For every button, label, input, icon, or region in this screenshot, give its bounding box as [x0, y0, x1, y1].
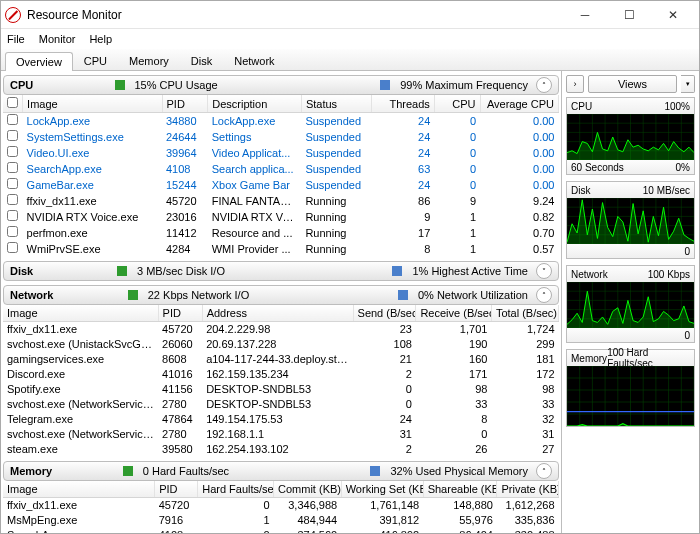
disk-expand-icon[interactable]: ˅ — [536, 263, 552, 279]
menu-file[interactable]: File — [7, 33, 25, 45]
views-button[interactable]: Views — [588, 75, 677, 93]
memory-panel-header[interactable]: Memory 0 Hard Faults/sec 32% Used Physic… — [3, 461, 559, 481]
cell: 484,944 — [274, 513, 342, 528]
table-row[interactable]: gamingservices.exe8608a104-117-244-33.de… — [3, 352, 559, 367]
table-row[interactable]: Video.UI.exe39964Video Applicat...Suspen… — [3, 145, 559, 161]
disk-panel-header[interactable]: Disk 3 MB/sec Disk I/O 1% Highest Active… — [3, 261, 559, 281]
table-row[interactable]: NVIDIA RTX Voice.exe23016NVIDIA RTX Vo..… — [3, 209, 559, 225]
col-header[interactable]: Threads — [371, 95, 434, 113]
tab-cpu[interactable]: CPU — [73, 51, 118, 70]
cpu-collapse-icon[interactable]: ˄ — [536, 77, 552, 93]
table-row[interactable]: SystemSettings.exe24644SettingsSuspended… — [3, 129, 559, 145]
cell: 26060 — [158, 337, 202, 352]
memory-collapse-icon[interactable]: ˄ — [536, 463, 552, 479]
cell: 9.24 — [480, 193, 558, 209]
cell: 20.69.137.228 — [202, 337, 353, 352]
col-header[interactable]: Commit (KB) — [274, 481, 342, 498]
row-checkbox[interactable] — [7, 178, 18, 189]
table-row[interactable]: MsMpEng.exe79161484,944391,81255,976335,… — [3, 513, 559, 528]
minimize-button[interactable]: ─ — [563, 1, 607, 29]
chart-label: Disk — [571, 185, 590, 196]
col-header[interactable]: Send (B/sec) — [353, 305, 416, 322]
cell: 1,724 — [491, 322, 558, 337]
row-checkbox[interactable] — [7, 130, 18, 141]
col-header[interactable]: Shareable (KB) — [423, 481, 497, 498]
cell: 204.2.229.98 — [202, 322, 353, 337]
col-header[interactable]: PID — [162, 95, 208, 113]
table-row[interactable]: GameBar.exe15244Xbox Game BarSuspended24… — [3, 177, 559, 193]
maximize-button[interactable]: ☐ — [607, 1, 651, 29]
col-header[interactable]: Private (KB) — [497, 481, 559, 498]
table-row[interactable]: ffxiv_dx11.exe45720204.2.229.98231,7011,… — [3, 322, 559, 337]
table-row[interactable]: svchost.exe (NetworkService -p)2780DESKT… — [3, 397, 559, 412]
chart-label: CPU — [571, 101, 592, 112]
cell: 0 — [353, 397, 416, 412]
table-row[interactable]: Telegram.exe47864149.154.175.5324832 — [3, 412, 559, 427]
cpu-panel-header[interactable]: CPU 15% CPU Usage 99% Maximum Frequency … — [3, 75, 559, 95]
row-checkbox[interactable] — [7, 162, 18, 173]
cell: 8608 — [158, 352, 202, 367]
close-button[interactable]: ✕ — [651, 1, 695, 29]
cell: 41016 — [158, 367, 202, 382]
cell: 9 — [434, 193, 480, 209]
table-row[interactable]: svchost.exe (NetworkService -p)2780192.1… — [3, 427, 559, 442]
table-row[interactable]: SearchApp.exe4108Search applica...Suspen… — [3, 161, 559, 177]
col-header[interactable]: Working Set (KB) — [341, 481, 423, 498]
tab-memory[interactable]: Memory — [118, 51, 180, 70]
col-header[interactable]: Status — [301, 95, 371, 113]
col-header[interactable]: CPU — [434, 95, 480, 113]
cell: Suspended — [301, 113, 371, 129]
chart-label: Memory — [571, 353, 607, 364]
table-row[interactable]: svchost.exe (UnistackSvcGroup)2606020.69… — [3, 337, 559, 352]
col-header[interactable] — [3, 95, 23, 113]
row-checkbox[interactable] — [7, 242, 18, 253]
cell: 86,404 — [423, 528, 497, 534]
table-row[interactable]: LockApp.exe34880LockApp.exeSuspended2400… — [3, 113, 559, 129]
table-row[interactable]: Discord.exe41016162.159.135.2342171172 — [3, 367, 559, 382]
cell: 149.154.175.53 — [202, 412, 353, 427]
cell: 33 — [416, 397, 491, 412]
tab-network[interactable]: Network — [223, 51, 285, 70]
table-row[interactable]: perfmon.exe11412Resource and ...Running1… — [3, 225, 559, 241]
table-row[interactable]: WmiPrvSE.exe4284WMI Provider ...Running8… — [3, 241, 559, 257]
table-row[interactable]: SearchApp.exe41080374,560416,89286,40433… — [3, 528, 559, 534]
col-header[interactable]: Address — [202, 305, 353, 322]
col-header[interactable]: Image — [23, 95, 162, 113]
row-checkbox[interactable] — [7, 114, 18, 125]
cell: Suspended — [301, 129, 371, 145]
menu-monitor[interactable]: Monitor — [39, 33, 76, 45]
select-all-checkbox[interactable] — [7, 97, 18, 108]
col-header[interactable]: Average CPU — [480, 95, 558, 113]
cell: 1 — [434, 225, 480, 241]
col-header[interactable]: Total (B/sec) — [491, 305, 558, 322]
table-row[interactable]: ffxiv_dx11.exe4572003,346,9881,761,14814… — [3, 498, 559, 513]
network-panel-header[interactable]: Network 22 Kbps Network I/O 0% Network U… — [3, 285, 559, 305]
tab-disk[interactable]: Disk — [180, 51, 223, 70]
cell: NVIDIA RTX Voice.exe — [23, 209, 162, 225]
cell: 2780 — [158, 427, 202, 442]
menu-help[interactable]: Help — [89, 33, 112, 45]
col-header[interactable]: PID — [158, 305, 202, 322]
row-checkbox[interactable] — [7, 226, 18, 237]
col-header[interactable]: Image — [3, 481, 155, 498]
table-row[interactable]: ffxiv_dx11.exe45720FINAL FANTASY...Runni… — [3, 193, 559, 209]
col-header[interactable]: PID — [155, 481, 198, 498]
cell: 11412 — [162, 225, 208, 241]
col-header[interactable]: Hard Faults/sec — [198, 481, 274, 498]
row-checkbox[interactable] — [7, 146, 18, 157]
tab-overview[interactable]: Overview — [5, 52, 73, 71]
cell: Suspended — [301, 161, 371, 177]
cell: 45720 — [155, 498, 198, 513]
table-row[interactable]: Spotify.exe41156DESKTOP-SNDBL5309898 — [3, 382, 559, 397]
views-dropdown-icon[interactable]: ▾ — [681, 75, 695, 93]
table-row[interactable]: steam.exe39580162.254.193.10222627 — [3, 442, 559, 457]
row-checkbox[interactable] — [7, 210, 18, 221]
col-header[interactable]: Description — [208, 95, 302, 113]
row-checkbox[interactable] — [7, 194, 18, 205]
tab-bar: OverviewCPUMemoryDiskNetwork — [1, 49, 699, 71]
network-collapse-icon[interactable]: ˄ — [536, 287, 552, 303]
col-header[interactable]: Receive (B/sec) — [416, 305, 491, 322]
mem-faults-icon — [123, 466, 133, 476]
side-toggle-button[interactable]: › — [566, 75, 584, 93]
col-header[interactable]: Image — [3, 305, 158, 322]
